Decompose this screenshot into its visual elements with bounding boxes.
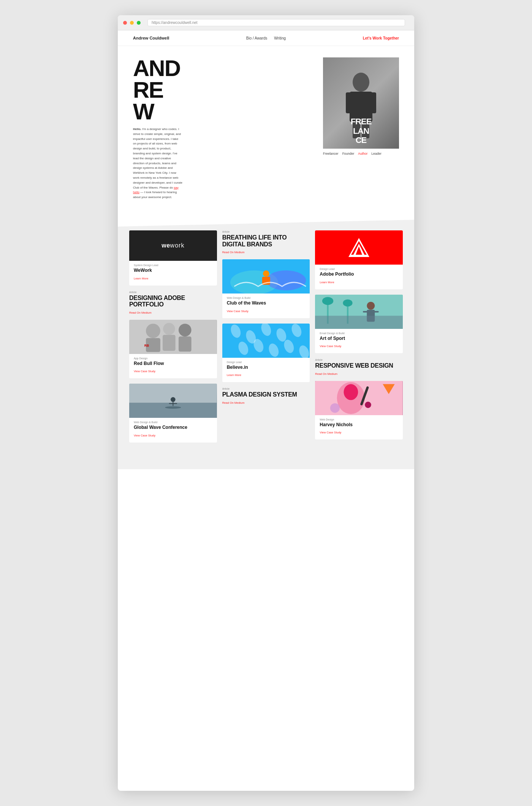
nav-bio-awards[interactable]: Bio / Awards [246,36,267,40]
harvey-category: Web Design [320,418,398,421]
believe-category: Design Lead [227,361,306,363]
portfolio-col2: Article BREATHING LIFE INTO DIGITAL BRAN… [222,230,310,443]
gwc-image [129,384,217,418]
nav-links: Bio / Awards Writing [246,36,286,40]
card-designing-adobe: Article DESIGNING ADOBE PORTFOLIO Read O… [129,291,217,314]
believe-link[interactable]: Learn More [227,373,306,377]
svg-rect-2 [346,92,353,113]
browser-window: https://andrewcouldwell.net Andrew Could… [118,15,414,791]
portfolio-grid: wework System Design Lead WeWork Learn M… [118,227,414,454]
club-waves-title: Club of the Waves [227,300,306,306]
plasma-category: Article [222,387,310,390]
svg-rect-49 [374,311,379,312]
hero-tags: Freelancer Founder Author Leader [323,152,399,155]
surf-image [222,259,310,294]
portfolio-col3: Design Lead Adobe Portfolio Learn More [315,230,403,443]
svg-rect-10 [163,335,176,351]
tag-freelancer: Freelancer [323,152,339,155]
portfolio-section: wework System Design Lead WeWork Learn M… [118,215,414,469]
club-waves-category: Web Design & Build [227,297,306,299]
adobe-link[interactable]: Learn More [320,281,398,284]
gwc-link[interactable]: View Case Study [134,434,212,437]
hero-name: AND RE W [133,57,315,122]
redbull-photo: RB [129,320,217,354]
gwc-photo [129,384,217,418]
card-gwc: Web Design & Build Global Wave Conferenc… [129,384,217,443]
close-button[interactable] [123,21,127,25]
harvey-photo [315,381,403,415]
breathing-life-link[interactable]: Read On Medium [222,251,310,254]
card-redbull: RB App Design Red Bull Flow View Case St… [129,320,217,379]
svg-point-7 [146,324,160,338]
sport-link[interactable]: View Case Study [320,344,398,348]
hero-left: AND RE W Hello. I'm a designer who codes… [133,57,315,200]
svg-rect-48 [363,311,368,312]
plasma-title: PLASMA DESIGN SYSTEM [222,391,310,398]
card-wework: wework System Design Lead WeWork Learn M… [129,230,217,286]
card-club-waves: Web Design & Build Club of the Waves Vie… [222,259,310,318]
gwc-category: Web Design & Build [134,421,212,424]
wework-link[interactable]: Learn More [134,277,212,280]
card-believe: Design Lead Believe.in Learn More [222,324,310,382]
svg-point-45 [343,299,353,306]
designing-adobe-title: DESIGNING ADOBE PORTFOLIO [129,295,217,308]
card-responsive: Article RESPONSIVE WEB DESIGN Read On Me… [315,359,403,376]
tag-author[interactable]: Author [358,152,367,155]
svg-rect-12 [179,336,192,352]
address-bar[interactable]: https://andrewcouldwell.net [147,19,405,26]
wework-category: System Design Lead [134,264,212,267]
svg-point-11 [179,324,192,336]
tag-leader: Leader [371,152,381,155]
designing-adobe-category: Article [129,291,217,294]
hero-name-line3: W [133,101,315,122]
harvey-image [315,381,403,415]
tag-founder: Founder [342,152,355,155]
wework-logo-image: wework [129,230,217,261]
sport-image [315,295,403,329]
adobe-title: Adobe Portfolio [320,271,398,278]
redbull-category: App Design [134,357,212,360]
hero-name-line1: AND [133,57,315,79]
card-plasma: Article PLASMA DESIGN SYSTEM Read On Med… [222,387,310,405]
harvey-link[interactable]: View Case Study [320,431,398,434]
adobe-image [315,230,403,265]
svg-point-0 [353,73,369,92]
club-waves-link[interactable]: View Case Study [227,309,306,313]
card-art-sport: Email Design & Build Art of Sport View C… [315,295,403,354]
nav-writing[interactable]: Writing [274,36,286,40]
gwc-title: Global Wave Conference [134,425,212,431]
freelance-overlay-text: FREELANCE [323,117,399,145]
card-harvey: Web Design Harvey Nichols View Case Stud… [315,381,403,440]
nav-cta-button[interactable]: Let's Work Together [363,36,399,40]
svg-point-16 [171,397,176,402]
designing-adobe-link[interactable]: Read On Medium [129,311,217,314]
hero-image: FREELANCE [323,57,399,149]
hero-bio: Hello. I'm a designer who codes. I striv… [133,127,182,200]
plasma-link[interactable]: Read On Medium [222,401,310,405]
card-adobe: Design Lead Adobe Portfolio Learn More [315,230,403,289]
nav-logo: Andrew Couldwell [133,36,169,40]
responsive-title: RESPONSIVE WEB DESIGN [315,362,403,369]
responsive-link[interactable]: Read On Medium [315,372,403,376]
svg-rect-50 [315,316,403,329]
hero-right: FREELANCE Freelancer Founder Author Lead… [323,57,399,155]
site-nav: Andrew Couldwell Bio / Awards Writing Le… [118,30,414,46]
believe-title: Believe.in [227,365,306,371]
svg-point-53 [344,384,358,400]
wework-title: WeWork [134,268,212,274]
svg-point-46 [367,301,375,309]
browser-chrome: https://andrewcouldwell.net [118,15,414,30]
svg-point-23 [263,270,269,277]
sport-title: Art of Sport [320,336,398,342]
hero-section: AND RE W Hello. I'm a designer who codes… [118,46,414,208]
minimize-button[interactable] [130,21,134,25]
adobe-logo-svg [348,238,369,257]
redbull-link[interactable]: View Case Study [134,370,212,373]
maximize-button[interactable] [137,21,141,25]
hero-name-line2: RE [133,79,315,101]
sport-category: Email Design & Build [320,332,398,335]
harvey-title: Harvey Nichols [320,422,398,428]
breathing-life-category: Article [222,230,310,233]
portfolio-col1: wework System Design Lead WeWork Learn M… [129,230,217,443]
svg-point-57 [330,403,340,413]
